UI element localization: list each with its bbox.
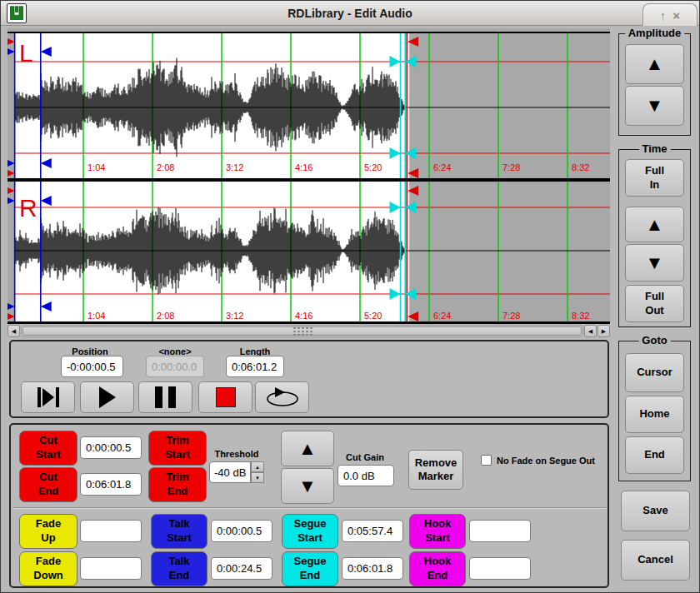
time-zoom-out-button[interactable]: ▼ bbox=[625, 244, 684, 282]
threshold-value[interactable]: -40 dB bbox=[209, 461, 251, 483]
time-label: 1:04 bbox=[88, 311, 105, 321]
window-controls: ↑ × bbox=[642, 3, 698, 26]
gain-up-button[interactable]: ▲ bbox=[281, 431, 334, 466]
save-button[interactable]: Save bbox=[621, 491, 690, 531]
title-bar[interactable]: RDLibrary - Edit Audio ↑ × bbox=[1, 1, 699, 26]
time-label: 7:28 bbox=[502, 162, 520, 172]
loop-button[interactable] bbox=[255, 381, 309, 413]
scroll-left-button-2[interactable]: ◀ bbox=[584, 325, 597, 337]
segue-start-field[interactable]: 0:05:57.4 bbox=[342, 520, 403, 542]
time-label: 6:24 bbox=[433, 162, 451, 172]
edit-audio-window: RDLibrary - Edit Audio ↑ × L1:042:083:12… bbox=[0, 0, 700, 593]
time-label: 3:12 bbox=[226, 311, 243, 321]
hook-end-field[interactable] bbox=[469, 557, 531, 580]
window-title: RDLibrary - Edit Audio bbox=[1, 1, 699, 26]
cut-end-button[interactable]: Cut End bbox=[19, 467, 78, 502]
play-button[interactable] bbox=[80, 381, 134, 413]
play-from-start-button[interactable] bbox=[21, 381, 75, 413]
cut-end-field[interactable]: 0:06:01.8 bbox=[80, 473, 142, 496]
scroll-right-button[interactable]: ▶ bbox=[598, 325, 610, 337]
goto-group-title: Goto bbox=[638, 334, 670, 346]
fade-up-button[interactable]: Fade Up bbox=[19, 514, 78, 549]
channel-label: L bbox=[19, 39, 33, 67]
time-label: 8:32 bbox=[572, 162, 589, 172]
scrollbar-grip bbox=[292, 326, 312, 336]
play-icon bbox=[99, 386, 116, 408]
amplitude-group: Amplitude ▲ ▼ bbox=[618, 33, 691, 136]
time-label: 6:24 bbox=[433, 311, 451, 321]
scrollbar-track[interactable] bbox=[21, 325, 583, 337]
hook-end-button[interactable]: Hook End bbox=[409, 551, 466, 586]
amplitude-up-button[interactable]: ▲ bbox=[625, 44, 684, 84]
time-label: 4:16 bbox=[295, 311, 312, 321]
time-label: 2:08 bbox=[157, 162, 174, 172]
stop-icon bbox=[216, 387, 236, 407]
no-fade-segue-label: No Fade on Segue Out bbox=[497, 456, 622, 466]
none-marker-field: 0:00:00.0 bbox=[146, 356, 204, 377]
waveform-display[interactable]: L1:042:083:124:165:206:247:288:32R1:042:… bbox=[8, 28, 610, 324]
fade-down-button[interactable]: Fade Down bbox=[19, 551, 78, 586]
hook-start-button[interactable]: Hook Start bbox=[409, 514, 466, 549]
cut-gain-field[interactable]: 0.0 dB bbox=[338, 465, 394, 486]
time-label: 5:20 bbox=[364, 311, 382, 321]
gain-down-button[interactable]: ▼ bbox=[281, 468, 334, 504]
talk-end-button[interactable]: Talk End bbox=[151, 551, 208, 586]
threshold-down-icon[interactable]: ▼ bbox=[251, 472, 264, 483]
goto-end-button[interactable]: End bbox=[625, 436, 684, 474]
close-window-button[interactable]: × bbox=[672, 9, 680, 22]
waveform-scrollbar[interactable]: ◀ ◀ ▶ bbox=[8, 325, 610, 337]
time-down-icon: ▼ bbox=[646, 254, 664, 272]
cut-start-button[interactable]: Cut Start bbox=[19, 431, 78, 466]
time-group-title: Time bbox=[638, 142, 670, 155]
remove-marker-button[interactable]: Remove Marker bbox=[408, 450, 463, 490]
threshold-spinbox[interactable]: -40 dB ▲ ▼ bbox=[209, 461, 264, 483]
pause-button[interactable] bbox=[138, 381, 192, 413]
trim-end-button[interactable]: Trim End bbox=[148, 467, 207, 502]
cut-gain-label: Cut Gain bbox=[338, 452, 392, 462]
no-fade-segue-checkbox[interactable] bbox=[481, 455, 492, 466]
threshold-label: Threshold bbox=[209, 449, 264, 459]
time-label: 7:28 bbox=[502, 311, 520, 321]
time-label: 3:12 bbox=[226, 162, 243, 172]
segue-end-field[interactable]: 0:06:01.8 bbox=[342, 557, 403, 580]
amplitude-up-icon: ▲ bbox=[646, 55, 664, 73]
shade-window-button[interactable]: ↑ bbox=[660, 9, 667, 22]
talk-start-field[interactable]: 0:00:00.5 bbox=[211, 520, 272, 542]
segue-start-button[interactable]: Segue Start bbox=[282, 514, 338, 549]
time-zoom-in-button[interactable]: ▲ bbox=[625, 207, 684, 242]
amplitude-group-title: Amplitude bbox=[625, 27, 685, 39]
fade-down-field[interactable] bbox=[80, 557, 142, 580]
time-label: 8:32 bbox=[572, 311, 589, 321]
time-label: 5:20 bbox=[364, 162, 382, 172]
talk-start-button[interactable]: Talk Start bbox=[151, 514, 208, 549]
channel-label: R bbox=[19, 194, 38, 222]
time-full-out-button[interactable]: Full Out bbox=[625, 285, 684, 322]
fade-up-field[interactable] bbox=[80, 520, 142, 542]
time-full-in-button[interactable]: Full In bbox=[625, 159, 684, 197]
goto-cursor-button[interactable]: Cursor bbox=[625, 353, 684, 392]
amplitude-down-button[interactable]: ▼ bbox=[625, 86, 684, 126]
time-label: 1:04 bbox=[88, 162, 105, 172]
transport-panel: Position -0:00:00.5 <none> 0:00:00.0 Len… bbox=[9, 340, 609, 418]
length-field: 0:06:01.2 bbox=[226, 356, 284, 377]
cancel-button[interactable]: Cancel bbox=[621, 540, 690, 581]
goto-home-button[interactable]: Home bbox=[625, 396, 684, 433]
marker-edit-panel: Cut Start 0:00:00.5 Cut End 0:06:01.8 Tr… bbox=[9, 423, 609, 588]
hook-start-field[interactable] bbox=[469, 520, 531, 542]
gain-up-icon: ▲ bbox=[298, 440, 317, 458]
position-field[interactable]: -0:00:00.5 bbox=[61, 356, 123, 377]
trim-start-button[interactable]: Trim Start bbox=[148, 431, 207, 466]
panel-separator bbox=[12, 507, 606, 509]
cut-start-field[interactable]: 0:00:00.5 bbox=[80, 436, 142, 459]
time-group: Time Full In ▲ ▼ Full Out bbox=[618, 149, 691, 327]
stop-button[interactable] bbox=[198, 381, 252, 413]
time-label: 2:08 bbox=[157, 311, 174, 321]
scroll-left-button[interactable]: ◀ bbox=[8, 325, 20, 337]
loop-icon bbox=[263, 386, 302, 408]
scrollbar-handle[interactable] bbox=[22, 326, 582, 336]
gain-down-icon: ▼ bbox=[298, 477, 317, 496]
threshold-up-icon[interactable]: ▲ bbox=[251, 461, 264, 472]
play-from-start-icon bbox=[38, 387, 59, 407]
talk-end-field[interactable]: 0:00:24.5 bbox=[211, 557, 272, 580]
segue-end-button[interactable]: Segue End bbox=[282, 551, 338, 586]
